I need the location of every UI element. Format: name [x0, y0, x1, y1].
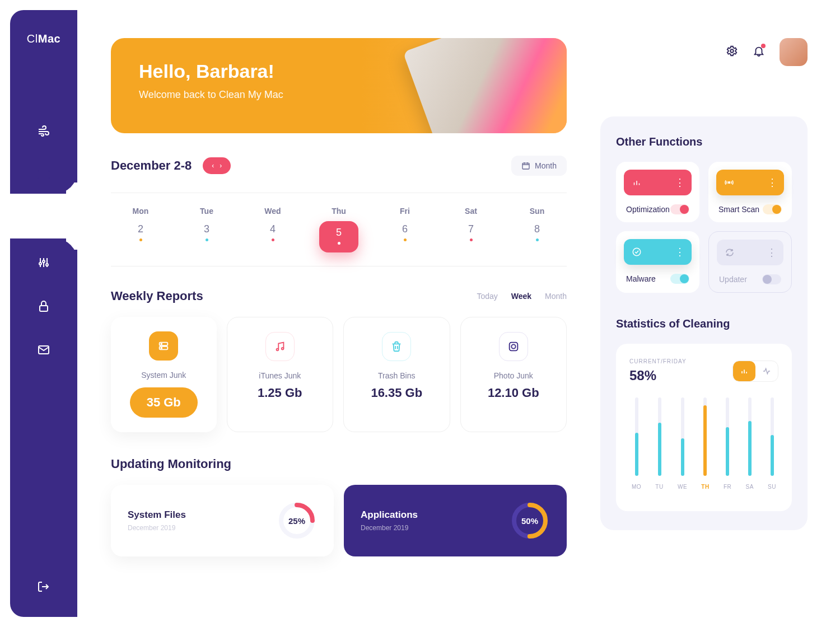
card-trash-bins[interactable]: Trash Bins 16.35 Gb: [343, 317, 450, 432]
bar-su[interactable]: SU: [768, 397, 776, 490]
date-filter-label: Month: [535, 161, 557, 170]
hero-banner: Hello, Barbara! Welcome back to Clean My…: [111, 38, 567, 133]
calendar-icon: [521, 161, 530, 170]
day-sun[interactable]: Sun8: [517, 207, 557, 252]
top-icons: [600, 38, 808, 66]
camera-icon: [499, 332, 528, 361]
svg-point-20: [729, 182, 730, 184]
date-filter-button[interactable]: Month: [511, 156, 567, 176]
nav-folder-icon[interactable]: [36, 211, 52, 227]
stats-bar-view[interactable]: [733, 361, 755, 381]
music-icon: [265, 332, 295, 361]
nav-monitor-icon[interactable]: [36, 167, 52, 183]
nav-sliders-icon[interactable]: [36, 255, 52, 270]
nav-wind-icon[interactable]: [36, 124, 52, 139]
svg-point-1: [39, 263, 41, 265]
date-row: December 2-8 ‹ › Month: [111, 156, 567, 176]
svg-rect-4: [40, 306, 48, 311]
card-photo-junk[interactable]: Photo Junk 12.10 Gb: [460, 317, 567, 432]
reports-tabs: Today Week Month: [477, 292, 567, 301]
card-system-junk[interactable]: System Junk 35 Gb: [111, 317, 217, 432]
more-icon[interactable]: ⋮: [767, 176, 776, 189]
right-panel-card: Other Functions ⋮ Optimization ⋮ Smart S…: [600, 116, 808, 530]
svg-point-14: [511, 344, 515, 348]
stats-card: CURRENT/FRIDAY 58% MOTUWETHFRSASU: [616, 344, 792, 511]
bar-mo[interactable]: MO: [632, 397, 641, 490]
trash-icon: [382, 332, 411, 361]
functions-title: Other Functions: [616, 135, 792, 148]
bar-sa[interactable]: SA: [746, 397, 754, 490]
notification-dot: [761, 44, 766, 48]
tab-today[interactable]: Today: [477, 292, 497, 301]
svg-rect-6: [522, 163, 529, 169]
more-icon[interactable]: ⋮: [675, 176, 684, 189]
chevron-right-icon[interactable]: ›: [220, 162, 222, 170]
day-wed[interactable]: Wed4: [253, 207, 292, 252]
report-cards: System Junk 35 Gb iTunes Junk 1.25 Gb Tr…: [111, 317, 567, 432]
nav: [10, 124, 77, 358]
monitoring-title: Updating Monitoring: [111, 457, 567, 471]
day-mon[interactable]: Mon2: [121, 207, 160, 252]
monitoring-cards: System Files December 2019 25% Applicati…: [111, 485, 567, 556]
sidebar: ClMac: [10, 10, 77, 617]
stats-percentage: 58%: [629, 368, 687, 383]
svg-point-9: [161, 343, 162, 344]
function-updater[interactable]: ⋮ Updater: [708, 231, 792, 293]
toggle-optimization[interactable]: [670, 204, 689, 214]
weekday-row: Mon2 Tue3 Wed4 Thu5 Fri6 Sat7 Sun8: [111, 193, 567, 266]
monitoring-system-files[interactable]: System Files December 2019 25%: [111, 485, 334, 556]
date-range-label: December 2-8: [111, 158, 192, 173]
hero-laptop-image: [403, 38, 567, 133]
more-icon[interactable]: ⋮: [767, 246, 776, 259]
monitoring-applications[interactable]: Applications December 2019 50%: [344, 485, 567, 556]
bell-icon[interactable]: [753, 45, 765, 59]
nav-lock-icon[interactable]: [36, 298, 52, 314]
stats-bar-chart: MOTUWETHFRSASU: [629, 400, 778, 490]
date-nav-buttons[interactable]: ‹ ›: [203, 157, 231, 174]
check-circle-icon: [632, 247, 642, 257]
right-panel: Other Functions ⋮ Optimization ⋮ Smart S…: [589, 10, 830, 617]
bar-we[interactable]: WE: [678, 397, 687, 490]
function-malware[interactable]: ⋮ Malware: [616, 231, 699, 293]
chevron-left-icon[interactable]: ‹: [212, 162, 214, 170]
bar-tu[interactable]: TU: [655, 397, 663, 490]
stats-line-view[interactable]: [755, 361, 778, 381]
tab-week[interactable]: Week: [511, 292, 531, 301]
bars-icon: [632, 177, 642, 188]
day-fri[interactable]: Fri6: [385, 207, 424, 252]
reports-title: Weekly Reports: [111, 289, 203, 303]
avatar[interactable]: [780, 38, 808, 66]
function-optimization[interactable]: ⋮ Optimization: [616, 162, 699, 222]
more-icon[interactable]: ⋮: [675, 246, 684, 258]
nav-mail-icon[interactable]: [36, 342, 52, 358]
toggle-malware[interactable]: [670, 274, 689, 284]
toggle-updater[interactable]: [762, 274, 781, 284]
progress-ring-50: 50%: [510, 500, 550, 541]
reports-header: Weekly Reports Today Week Month: [111, 289, 567, 303]
toggle-smart-scan[interactable]: [763, 204, 782, 214]
broadcast-icon: [724, 177, 734, 188]
day-tue[interactable]: Tue3: [187, 207, 226, 252]
svg-point-12: [282, 348, 284, 350]
refresh-icon: [725, 247, 735, 258]
logout-icon[interactable]: [36, 579, 52, 595]
day-sat[interactable]: Sat7: [451, 207, 491, 252]
server-icon: [149, 331, 178, 361]
svg-point-21: [633, 248, 641, 256]
day-thu[interactable]: Thu5: [319, 207, 358, 252]
svg-rect-13: [509, 343, 517, 351]
bar-th[interactable]: TH: [701, 397, 709, 490]
bar-fr[interactable]: FR: [724, 397, 731, 490]
svg-point-2: [43, 260, 45, 263]
function-smart-scan[interactable]: ⋮ Smart Scan: [708, 162, 792, 222]
card-itunes-junk[interactable]: iTunes Junk 1.25 Gb: [227, 317, 334, 432]
functions-grid: ⋮ Optimization ⋮ Smart Scan ⋮ Malware ⋮ …: [616, 162, 792, 293]
svg-rect-0: [38, 171, 49, 178]
stats-current-label: CURRENT/FRIDAY: [629, 358, 687, 364]
progress-ring-25: 25%: [277, 500, 317, 541]
svg-point-3: [46, 264, 48, 266]
nav-active-indicator: [10, 194, 102, 238]
stats-section-title: Statistics of Cleaning: [616, 317, 792, 330]
tab-month[interactable]: Month: [545, 292, 567, 301]
settings-icon[interactable]: [726, 45, 738, 59]
